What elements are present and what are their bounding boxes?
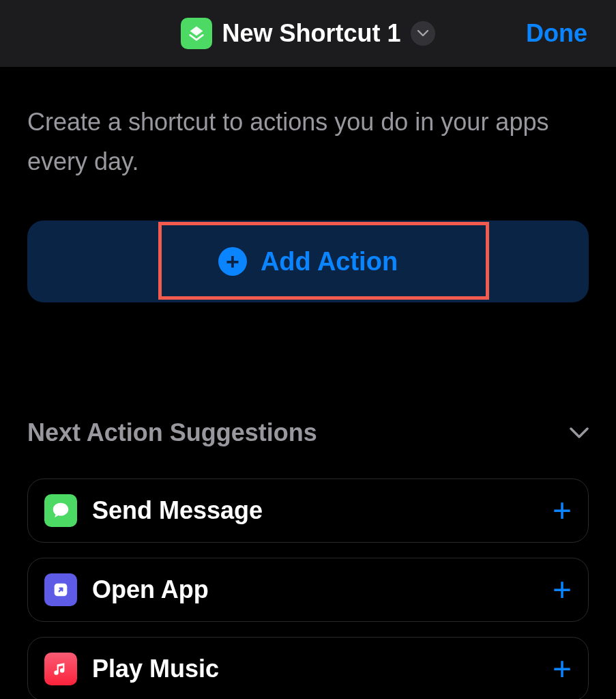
title-group[interactable]: New Shortcut 1 <box>181 18 435 49</box>
header-bar: New Shortcut 1 Done <box>0 0 616 67</box>
shortcuts-app-icon <box>181 18 212 49</box>
suggestion-send-message[interactable]: Send Message + <box>27 479 589 543</box>
add-action-button[interactable]: + Add Action <box>27 220 589 302</box>
suggestions-title: Next Action Suggestions <box>27 418 317 447</box>
shortcut-title: New Shortcut 1 <box>222 19 400 48</box>
instruction-text: Create a shortcut to actions you do in y… <box>27 102 589 181</box>
chevron-down-icon <box>570 427 589 438</box>
suggestion-list: Send Message + Open App + <box>27 479 589 699</box>
add-suggestion-button[interactable]: + <box>553 573 572 606</box>
shortcuts-open-icon <box>44 573 77 606</box>
suggestion-open-app[interactable]: Open App + <box>27 558 589 622</box>
plus-circle-icon: + <box>218 247 247 276</box>
suggestion-label: Send Message <box>92 496 553 525</box>
suggestion-label: Play Music <box>92 655 553 683</box>
suggestion-play-music[interactable]: Play Music + <box>27 637 589 699</box>
add-action-label: Add Action <box>261 247 398 276</box>
add-suggestion-button[interactable]: + <box>553 653 572 685</box>
add-suggestion-button[interactable]: + <box>553 494 572 527</box>
chevron-down-icon <box>417 30 428 37</box>
suggestions-header[interactable]: Next Action Suggestions <box>27 418 589 447</box>
suggestion-label: Open App <box>92 575 553 604</box>
title-options-button[interactable] <box>411 21 435 46</box>
suggestions-section: Next Action Suggestions Send Message + <box>27 418 589 699</box>
messages-icon <box>44 494 77 527</box>
done-button[interactable]: Done <box>526 19 587 48</box>
content-area: Create a shortcut to actions you do in y… <box>0 102 616 699</box>
music-icon <box>44 653 77 685</box>
